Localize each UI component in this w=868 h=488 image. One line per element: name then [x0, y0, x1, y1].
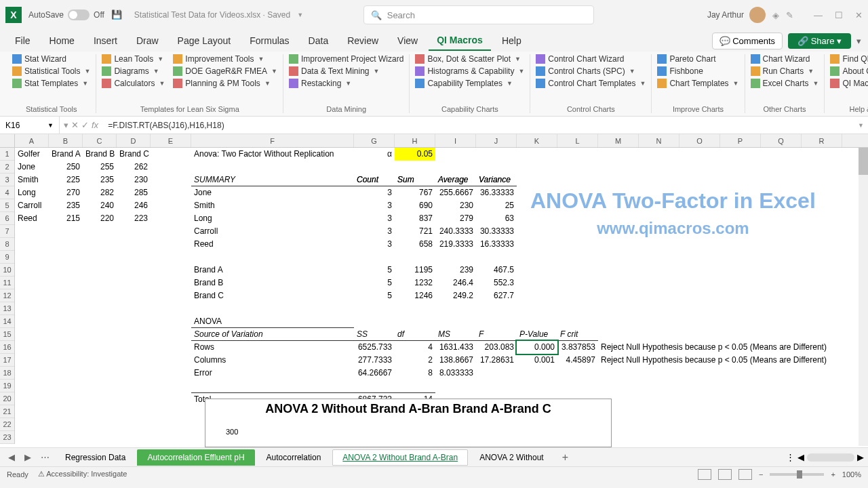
- zoom-in-button[interactable]: +: [831, 470, 835, 479]
- ribbon-qi-macros-help[interactable]: QI Macros Help▼: [830, 79, 868, 88]
- ribbon-diagrams[interactable]: Diagrams▼: [102, 66, 165, 76]
- cell-J11[interactable]: 552.3: [476, 277, 517, 289]
- cell-H8[interactable]: 658: [395, 238, 435, 251]
- row-header-9[interactable]: 9: [0, 251, 14, 264]
- formula-input[interactable]: =F.DIST.RT(ABS(J16),H16,H18): [102, 121, 854, 130]
- cell-G10[interactable]: 5: [354, 264, 395, 277]
- chart-object[interactable]: ANOVA 2 Without Brand A-Bran Brand A-Bra…: [205, 399, 612, 447]
- ribbon-box-dot-scatter-plot[interactable]: Box, Dot & Scatter Plot▼: [415, 54, 524, 64]
- selected-cell[interactable]: [517, 341, 557, 354]
- cell-I7[interactable]: 240.3333: [435, 225, 476, 238]
- name-box[interactable]: K16 ▼: [0, 117, 60, 134]
- cell-F10[interactable]: Brand A: [191, 264, 354, 277]
- ribbon-excel-charts[interactable]: Excel Charts▼: [751, 79, 819, 88]
- cell-F1[interactable]: Anova: Two Factor Without Replication: [191, 148, 354, 161]
- close-button[interactable]: ✕: [855, 10, 863, 20]
- tab-formulas[interactable]: Formulas: [241, 31, 297, 50]
- cell-H6[interactable]: 837: [395, 212, 435, 225]
- cell-A4[interactable]: Long: [15, 186, 49, 199]
- col-header-O[interactable]: O: [679, 134, 720, 147]
- ribbon-stat-templates[interactable]: Stat Templates▼: [12, 79, 90, 88]
- chevron-down-icon[interactable]: ▼: [854, 122, 868, 129]
- page-break-view-button[interactable]: [738, 469, 752, 480]
- cell-A3[interactable]: Smith: [15, 174, 49, 186]
- cell-I15[interactable]: MS: [435, 328, 476, 341]
- cell-J10[interactable]: 467.5: [476, 264, 517, 277]
- ribbon-options-icon[interactable]: ▾: [856, 36, 861, 46]
- cell-H15[interactable]: df: [395, 328, 435, 341]
- ribbon-statistical-tools[interactable]: Statistical Tools▼: [12, 66, 90, 76]
- cell-D3[interactable]: 230: [117, 174, 151, 186]
- col-header-J[interactable]: J: [476, 134, 517, 147]
- sheet-nav-next[interactable]: ▶: [20, 452, 35, 462]
- cell-K17[interactable]: 0.001: [517, 354, 557, 367]
- tab-data[interactable]: Data: [300, 31, 337, 50]
- cell-F14[interactable]: ANOVA: [191, 315, 354, 328]
- cell-H11[interactable]: 1232: [395, 277, 435, 289]
- cell-F7[interactable]: Carroll: [191, 225, 354, 238]
- cell-F12[interactable]: Brand C: [191, 289, 354, 302]
- sheet-tab-0[interactable]: Regression Data: [55, 449, 136, 466]
- cell-I16[interactable]: 1631.433: [435, 341, 476, 354]
- cell-D6[interactable]: 223: [117, 212, 151, 225]
- cell-H18[interactable]: 8: [395, 367, 435, 380]
- autosave-toggle[interactable]: AutoSave Off: [28, 9, 104, 20]
- cell-D2[interactable]: 262: [117, 161, 151, 174]
- col-header-P[interactable]: P: [720, 134, 761, 147]
- row-header-19[interactable]: 19: [0, 380, 14, 392]
- col-header-L[interactable]: L: [557, 134, 598, 147]
- col-header-D[interactable]: D: [117, 134, 151, 147]
- cell-I3[interactable]: Average: [435, 174, 476, 186]
- minimize-button[interactable]: —: [814, 10, 823, 20]
- tab-page-layout[interactable]: Page Layout: [170, 31, 239, 50]
- row-header-7[interactable]: 7: [0, 225, 14, 238]
- cell-J12[interactable]: 627.7: [476, 289, 517, 302]
- cell-G1[interactable]: α: [354, 148, 395, 161]
- cell-G3[interactable]: Count: [354, 174, 395, 186]
- sheet-nav-menu[interactable]: ⋯: [37, 452, 54, 462]
- cell-C4[interactable]: 282: [83, 186, 117, 199]
- cell-I17[interactable]: 138.8667: [435, 354, 476, 367]
- cell-I6[interactable]: 279: [435, 212, 476, 225]
- cell-F17[interactable]: Columns: [191, 354, 354, 367]
- filename[interactable]: Statistical Test Data for Videos.xlsx · …: [134, 10, 290, 20]
- row-header-20[interactable]: 20: [0, 392, 14, 405]
- cell-G5[interactable]: 3: [354, 199, 395, 212]
- hscroll-right[interactable]: ▶: [857, 452, 864, 462]
- hscroll-track[interactable]: [807, 453, 854, 462]
- ribbon-pareto-chart[interactable]: Pareto Chart: [657, 54, 738, 64]
- cell-G16[interactable]: 6525.733: [354, 341, 395, 354]
- cell-L16[interactable]: 3.837853: [557, 341, 598, 354]
- cell-D1[interactable]: Brand C: [117, 148, 151, 161]
- cell-J8[interactable]: 16.33333: [476, 238, 517, 251]
- cell-G17[interactable]: 277.7333: [354, 354, 395, 367]
- cell-J6[interactable]: 63: [476, 212, 517, 225]
- cell-H1[interactable]: 0.05: [395, 148, 435, 161]
- zoom-slider[interactable]: [770, 473, 824, 476]
- cell-F15[interactable]: Source of Variation: [191, 328, 354, 341]
- cell-J17[interactable]: 17.28631: [476, 354, 517, 367]
- tab-draw[interactable]: Draw: [128, 31, 167, 50]
- ribbon-data-text-mining[interactable]: Data & Text Mining▼: [289, 66, 403, 76]
- confirm-icon[interactable]: ✓: [81, 120, 89, 130]
- col-header-A[interactable]: A: [15, 134, 49, 147]
- ribbon-stat-wizard[interactable]: Stat Wizard: [12, 54, 90, 64]
- tab-insert[interactable]: Insert: [85, 31, 125, 50]
- ribbon-capability-templates[interactable]: Capability Templates▼: [415, 79, 524, 88]
- ribbon-fishbone[interactable]: Fishbone: [657, 66, 738, 76]
- add-sheet-button[interactable]: +: [555, 451, 575, 464]
- cell-B6[interactable]: 215: [49, 212, 83, 225]
- sheet-options-icon[interactable]: ⋮: [786, 452, 795, 462]
- ribbon-lean-tools[interactable]: Lean Tools▼: [102, 54, 165, 64]
- cell-G18[interactable]: 64.26667: [354, 367, 395, 380]
- col-header-N[interactable]: N: [639, 134, 679, 147]
- ribbon-improvement-project-wizard[interactable]: Improvement Project Wizard: [289, 54, 403, 64]
- row-header-16[interactable]: 16: [0, 341, 14, 354]
- row-header-11[interactable]: 11: [0, 277, 14, 289]
- cell-J5[interactable]: 25: [476, 199, 517, 212]
- share-button[interactable]: 🔗 Share ▾: [788, 33, 851, 49]
- pen-icon[interactable]: ✎: [786, 10, 793, 20]
- cell-H16[interactable]: 4: [395, 341, 435, 354]
- cell-H10[interactable]: 1195: [395, 264, 435, 277]
- ribbon-improvement-tools[interactable]: Improvement Tools▼: [173, 54, 277, 64]
